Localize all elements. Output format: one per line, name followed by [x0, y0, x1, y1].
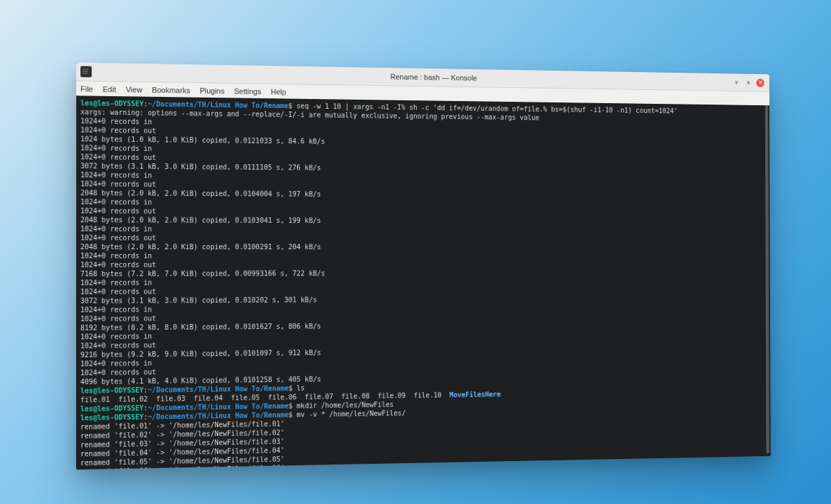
- menu-edit[interactable]: Edit: [102, 85, 116, 93]
- terminal-line: 1024+0 records in: [80, 251, 765, 260]
- menu-settings[interactable]: Settings: [234, 87, 261, 96]
- scrollbar-thumb[interactable]: [765, 105, 769, 453]
- menu-bookmarks[interactable]: Bookmarks: [152, 86, 190, 95]
- menu-file[interactable]: File: [80, 84, 93, 93]
- terminal-line: 2048 bytes (2.0 kB, 2.0 KiB) copied, 0.0…: [80, 215, 765, 226]
- menu-help[interactable]: Help: [271, 87, 286, 96]
- terminal-line: 2048 bytes (2.0 kB, 2.0 KiB) copied, 0.0…: [80, 242, 765, 251]
- minimize-button[interactable]: ∨: [733, 78, 741, 87]
- konsole-window: Rename : bash — Konsole ∨ ∧ ✕ File Edit …: [76, 62, 771, 469]
- terminal-icon: [80, 66, 91, 77]
- terminal-line: 1024+0 records out: [80, 233, 765, 243]
- terminal-output[interactable]: les@les-ODYSSEY:~/Documents/TH/Linux How…: [76, 96, 771, 469]
- menu-view[interactable]: View: [126, 85, 143, 93]
- scrollbar[interactable]: [765, 105, 769, 453]
- close-button[interactable]: ✕: [756, 78, 765, 87]
- maximize-button[interactable]: ∧: [744, 78, 753, 87]
- menu-plugins[interactable]: Plugins: [199, 87, 224, 95]
